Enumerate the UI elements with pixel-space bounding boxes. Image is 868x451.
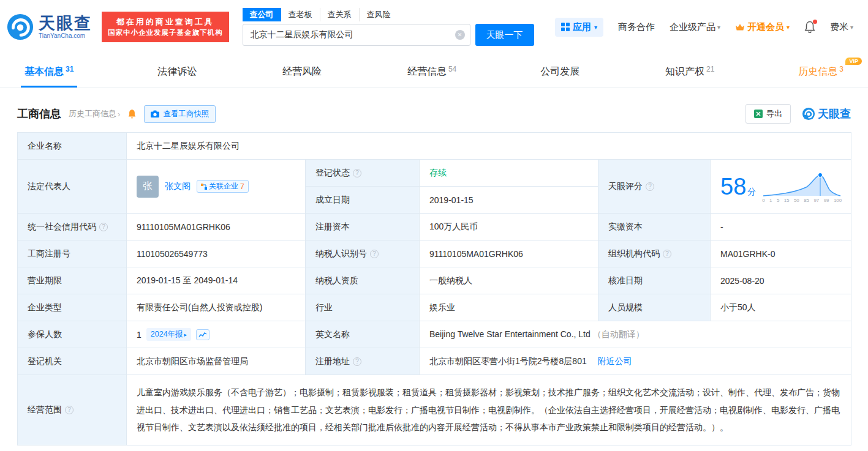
search-input[interactable] [243,24,470,46]
establish-date-label: 成立日期 [306,187,420,214]
open-vip-menu[interactable]: 开通会员 ▾ [735,21,790,33]
notifications-bell-icon[interactable] [804,21,815,33]
taxpayer-quality-value: 一般纳税人 [420,267,598,294]
business-info-section-head: 工商信息 历史工商信息 › 查看工商快照 导出 [0,88,868,132]
paid-capital-label: 实缴资本 [598,214,711,240]
business-cooperation-link[interactable]: 商务合作 [618,21,655,33]
taxpayer-quality-label: 纳税人资质 [306,267,420,294]
help-icon[interactable]: ? [370,250,379,258]
tab-company-development[interactable]: 公司发展 [537,56,585,88]
history-business-info-link[interactable]: 历史工商信息 › [69,108,120,119]
promo-line2: 国家中小企业发展子基金旗下机构 [108,28,223,38]
row-company-name: 企业名称 北京十二星辰娱乐有限公司 [18,133,851,160]
nearby-companies-link[interactable]: 附近公司 [598,356,632,366]
reg-authority-label: 登记机关 [18,348,127,375]
vip-badge: VIP [845,58,862,65]
search-tab-risk[interactable]: 查风险 [359,8,398,21]
help-icon[interactable]: ? [663,250,671,258]
row-business-scope: 经营范围? 儿童室内游戏娱乐服务（不含电子游艺）；电影摄制；租赁影视服装；租赁道… [18,375,851,445]
company-name-value: 北京十二星辰娱乐有限公司 [127,133,851,160]
taxpayer-id-value: 91110105MA01GRHK06 [420,240,598,267]
row-credit-code: 统一社会信用代码? 91110105MA01GRHK06 注册资本 100万人民… [18,214,851,240]
tianyancha-watermark-logo: 天眼查 [802,106,851,121]
insured-count: 1 [137,330,142,340]
legal-rep-link[interactable]: 张文阁 [165,181,191,192]
reg-number-label: 工商注册号 [18,240,127,267]
reg-status-value: 存续 [420,160,598,187]
tianyancha-logo[interactable]: 天眼查 TianYanCha.com [6,13,92,41]
industry-value: 娱乐业 [420,294,598,321]
reg-capital-label: 注册资本 [306,214,420,240]
insured-cell: 1 2024年报▸ [127,321,306,348]
enterprise-products-menu[interactable]: 企业级产品 ▾ [670,21,720,33]
search-tab-company[interactable]: 查公司 [243,8,281,21]
reg-capital-value: 100万人民币 [420,214,598,240]
business-term-label: 营业期限 [18,267,127,294]
trend-chart-icon[interactable] [196,329,209,340]
english-name-value: Beijing Twelve Star Entertainment Co., L… [420,321,851,348]
paid-capital-value: - [711,214,851,240]
company-type-value: 有限责任公司(自然人投资或控股) [127,294,306,321]
section-title: 工商信息 [17,106,61,121]
tab-history-info[interactable]: VIP 历史信息3 [794,56,847,88]
annual-report-badge[interactable]: 2024年报▸ [146,328,191,341]
tab-intellectual-property[interactable]: 知识产权21 [662,56,718,88]
score-distribution-chart: 0151550859799100 [762,170,842,203]
tab-operating-risk[interactable]: 经营风险 [279,56,327,88]
score-cell: 58分 0151550859799100 [711,160,851,214]
search-tab-relation[interactable]: 查关系 [320,8,359,21]
company-nav-tabs: 基本信息31 法律诉讼 经营风险 经营信息54 公司发展 知识产权21 VIP … [0,56,868,88]
promo-line1: 都在用的商业查询工具 [108,16,223,28]
chevron-down-icon: ▾ [787,24,790,31]
user-menu[interactable]: 费米 ▾ [830,21,853,33]
insured-label: 参保人数 [18,321,127,348]
legal-rep-avatar[interactable]: 张 [137,176,159,198]
approval-date-value: 2025-08-20 [711,267,851,294]
clear-icon[interactable]: ✕ [455,30,465,40]
logo-title: 天眼查 [39,15,92,32]
reg-status-label: 登记状态? [306,160,420,187]
tab-legal-litigation[interactable]: 法律诉讼 [154,56,202,88]
english-name-label: 英文名称 [306,321,420,348]
help-icon[interactable]: ? [65,406,74,414]
score-label: 天眼评分? [598,160,711,214]
link-icon [201,184,207,190]
tianyancha-logo-icon [802,107,815,121]
view-snapshot-button[interactable]: 查看工商快照 [144,105,216,123]
company-name-label: 企业名称 [18,133,127,160]
org-code-value: MA01GRHK-0 [711,240,851,267]
excel-icon [754,110,763,118]
taxpayer-id-label: 纳税人识别号? [306,240,420,267]
help-icon[interactable]: ? [353,357,361,366]
help-icon[interactable]: ? [646,182,654,191]
staff-size-label: 人员规模 [598,294,711,321]
related-companies-badge[interactable]: 关联企业 7 [197,180,249,193]
help-icon[interactable]: ? [99,223,108,231]
apps-menu[interactable]: 应用 ▾ [555,18,603,37]
staff-size-value: 小于50人 [711,294,851,321]
export-button[interactable]: 导出 [745,104,791,124]
reg-authority-value: 北京市朝阳区市场监督管理局 [127,348,306,375]
score-value: 58分 [720,175,756,198]
search-button[interactable]: 天眼一下 [475,24,534,46]
row-insured: 参保人数 1 2024年报▸ 英文名称 Beijing Twelve Star … [18,321,851,348]
chevron-down-icon: ▾ [594,24,597,31]
tab-basic-info[interactable]: 基本信息31 [21,56,77,88]
reg-number-value: 110105026549773 [127,240,306,267]
business-scope-value: 儿童室内游戏娱乐服务（不含电子游艺）；电影摄制；租赁影视服装；租赁道具；租赁摄影… [127,375,851,445]
establish-date-value: 2019-01-15 [420,187,598,214]
industry-label: 行业 [306,294,420,321]
row-business-term: 营业期限 2019-01-15 至 2049-01-14 纳税人资质 一般纳税人… [18,267,851,294]
notification-dot [813,20,817,24]
search-tab-boss[interactable]: 查老板 [281,8,320,21]
org-code-label: 组织机构代码? [598,240,711,267]
chevron-down-icon: ▾ [717,24,720,31]
monitor-bell-icon[interactable] [127,109,137,119]
logo-domain: TianYanCha.com [39,32,92,39]
approval-date-label: 核准日期 [598,267,711,294]
row-company-type: 企业类型 有限责任公司(自然人投资或控股) 行业 娱乐业 人员规模 小于50人 [18,294,851,321]
chevron-right-icon: › [118,110,120,119]
help-icon[interactable]: ? [353,169,361,177]
tab-business-info[interactable]: 经营信息54 [404,56,460,88]
company-type-label: 企业类型 [18,294,127,321]
